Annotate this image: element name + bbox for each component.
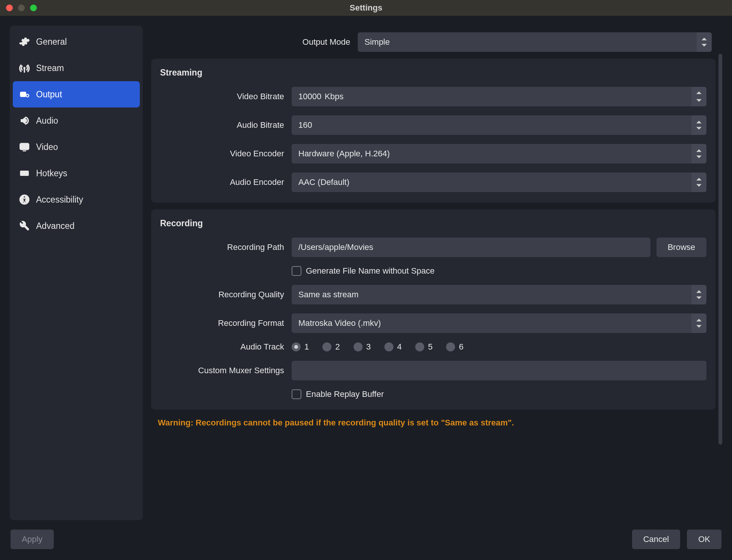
sidebar-item-output[interactable]: Output: [13, 81, 140, 107]
input-value: /Users/apple/Movies: [298, 242, 373, 252]
cancel-button[interactable]: Cancel: [632, 530, 680, 549]
sidebar-item-label: Stream: [36, 63, 64, 73]
audio-track-radio-3[interactable]: 3: [354, 342, 371, 352]
sidebar-item-stream[interactable]: Stream: [13, 55, 140, 81]
settings-content: Output Mode Simple Streaming Video Bitra…: [151, 26, 722, 520]
recording-path-input[interactable]: /Users/apple/Movies: [292, 238, 650, 257]
window-controls: [0, 5, 37, 11]
tools-icon: [19, 220, 30, 232]
audio-track-radio-2[interactable]: 2: [322, 342, 340, 352]
enable-replay-buffer-checkbox[interactable]: Enable Replay Buffer: [292, 389, 384, 399]
svg-rect-9: [25, 171, 26, 172]
custom-muxer-label: Custom Muxer Settings: [160, 366, 284, 375]
svg-rect-3: [20, 144, 29, 150]
sidebar-item-label: Advanced: [36, 221, 74, 231]
svg-rect-0: [20, 92, 26, 97]
stepper-arrows-icon[interactable]: [691, 87, 706, 106]
sidebar-item-advanced[interactable]: Advanced: [13, 213, 140, 239]
ok-button[interactable]: OK: [687, 530, 721, 549]
radio-label: 3: [366, 342, 371, 352]
zoom-window-button[interactable]: [30, 5, 37, 11]
sidebar-item-label: General: [36, 37, 67, 47]
radio-icon: [415, 342, 424, 351]
chevron-up-down-icon: [691, 313, 706, 333]
select-value: AAC (Default): [298, 177, 349, 187]
svg-rect-6: [21, 171, 22, 172]
output-mode-row: Output Mode Simple: [151, 26, 715, 52]
checkbox-box-icon: [292, 389, 301, 399]
generate-filename-no-space-checkbox[interactable]: Generate File Name without Space: [292, 266, 434, 276]
checkbox-box-icon: [292, 266, 301, 276]
svg-rect-7: [22, 171, 23, 172]
sidebar-item-accessibility[interactable]: Accessibility: [13, 186, 140, 213]
svg-rect-14: [25, 173, 26, 174]
video-bitrate-label: Video Bitrate: [160, 92, 284, 101]
audio-bitrate-select[interactable]: 160: [292, 115, 706, 135]
output-mode-select[interactable]: Simple: [358, 32, 712, 52]
audio-track-radio-6[interactable]: 6: [446, 342, 463, 352]
recording-quality-label: Recording Quality: [160, 290, 284, 300]
gear-icon: [19, 36, 30, 47]
audio-track-label: Audio Track: [160, 342, 284, 352]
radio-label: 4: [397, 342, 402, 352]
audio-track-radio-1[interactable]: 1: [292, 342, 309, 352]
svg-rect-10: [26, 171, 27, 172]
display-icon: [19, 141, 30, 153]
audio-track-radio-4[interactable]: 4: [384, 342, 402, 352]
select-value: Same as stream: [298, 290, 358, 300]
sidebar-item-label: Hotkeys: [36, 168, 67, 179]
sidebar-item-video[interactable]: Video: [13, 134, 140, 160]
recording-quality-select[interactable]: Same as stream: [292, 285, 706, 304]
checkbox-label: Enable Replay Buffer: [306, 389, 384, 399]
svg-rect-15: [26, 173, 27, 174]
streaming-panel: Streaming Video Bitrate 10000 Kbps: [151, 59, 715, 203]
svg-rect-16: [22, 174, 27, 175]
output-mode-label: Output Mode: [155, 37, 350, 47]
sidebar-item-audio[interactable]: Audio: [13, 107, 140, 134]
sidebar-item-label: Audio: [36, 116, 58, 126]
video-bitrate-input[interactable]: 10000 Kbps: [292, 87, 706, 106]
scrollbar[interactable]: [718, 54, 722, 460]
audio-track-radio-5[interactable]: 5: [415, 342, 433, 352]
recording-format-label: Recording Format: [160, 318, 284, 328]
speaker-icon: [19, 115, 30, 126]
close-window-button[interactable]: [6, 5, 13, 11]
select-value: Simple: [364, 37, 390, 47]
accessibility-icon: [19, 194, 30, 205]
apply-button[interactable]: Apply: [11, 530, 54, 549]
browse-button[interactable]: Browse: [656, 238, 706, 257]
svg-point-18: [24, 196, 26, 198]
select-value: Matroska Video (.mkv): [298, 318, 381, 328]
chevron-up-down-icon: [691, 173, 706, 192]
sidebar-item-label: Accessibility: [36, 195, 83, 205]
recording-title: Recording: [160, 218, 706, 229]
radio-label: 2: [335, 342, 340, 352]
chevron-up-down-icon: [691, 285, 706, 304]
output-icon: [19, 89, 30, 100]
custom-muxer-input[interactable]: [292, 361, 706, 380]
radio-label: 5: [428, 342, 433, 352]
video-encoder-select[interactable]: Hardware (Apple, H.264): [292, 144, 706, 163]
sidebar-item-hotkeys[interactable]: Hotkeys: [13, 160, 140, 186]
radio-icon: [354, 342, 363, 351]
radio-label: 1: [304, 342, 309, 352]
svg-rect-11: [21, 173, 22, 174]
recording-panel: Recording Recording Path /Users/apple/Mo…: [151, 209, 715, 410]
sidebar-item-general[interactable]: General: [13, 29, 140, 55]
window-title: Settings: [350, 3, 383, 13]
audio-encoder-select[interactable]: AAC (Default): [292, 173, 706, 192]
dialog-button-bar: Apply Cancel OK: [10, 527, 722, 552]
radio-icon: [322, 342, 331, 351]
select-value: Hardware (Apple, H.264): [298, 149, 390, 159]
radio-icon: [292, 342, 301, 351]
audio-bitrate-label: Audio Bitrate: [160, 120, 284, 130]
chevron-up-down-icon: [691, 144, 706, 163]
minimize-window-button[interactable]: [18, 5, 25, 11]
scrollbar-thumb[interactable]: [718, 54, 722, 445]
input-value: 10000: [298, 92, 321, 101]
checkbox-label: Generate File Name without Space: [306, 266, 434, 276]
sidebar-item-label: Output: [36, 89, 62, 100]
window-body: General Stream Output: [0, 16, 732, 560]
recording-warning: Warning: Recordings cannot be paused if …: [151, 416, 715, 428]
recording-format-select[interactable]: Matroska Video (.mkv): [292, 313, 706, 333]
